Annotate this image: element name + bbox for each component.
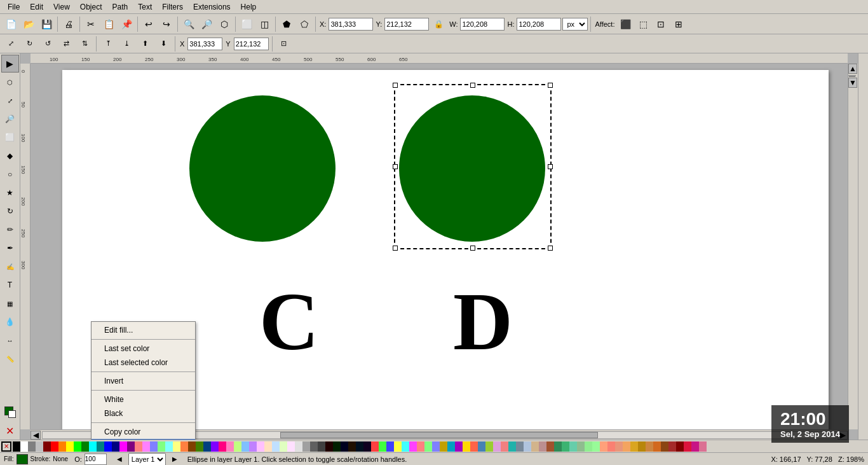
color-swatch[interactable] <box>51 441 58 452</box>
arrange-btn2[interactable]: ⤓ <box>118 36 135 52</box>
color-swatch[interactable] <box>668 441 676 452</box>
color-swatch[interactable] <box>630 441 638 452</box>
spiral-tool[interactable]: ↻ <box>1 202 19 220</box>
vscroll-track[interactable] <box>848 75 856 76</box>
connector-tool[interactable]: ↔ <box>1 331 19 349</box>
color-swatch[interactable] <box>646 441 653 452</box>
rect-tool[interactable]: ⬜ <box>1 128 19 146</box>
opacity-input[interactable] <box>85 454 107 465</box>
color-swatch[interactable] <box>371 441 379 452</box>
color-swatch[interactable] <box>600 441 607 452</box>
handle-mr[interactable] <box>548 164 553 169</box>
color-swatch[interactable] <box>394 441 402 452</box>
color-swatch[interactable] <box>638 441 646 452</box>
color-swatch[interactable] <box>203 441 211 452</box>
color-swatch[interactable] <box>150 441 158 452</box>
copy-button[interactable]: 📋 <box>100 16 117 32</box>
snap-btn4[interactable]: ⇄ <box>58 36 74 52</box>
ctx-edit-fill[interactable]: Edit fill... <box>92 323 195 337</box>
color-swatch[interactable] <box>516 441 524 452</box>
color-swatch[interactable] <box>28 441 36 452</box>
layer-select[interactable]: Layer 1 <box>128 453 166 466</box>
select-tool[interactable]: ▶ <box>1 55 19 73</box>
affect-btn1[interactable]: ⬛ <box>617 16 634 32</box>
menu-view[interactable]: View <box>48 1 75 13</box>
menu-text[interactable]: Text <box>133 1 157 13</box>
hscroll-thumb[interactable] <box>280 432 597 438</box>
color-swatch[interactable] <box>348 441 356 452</box>
color-swatch[interactable] <box>257 441 264 452</box>
dropper-tool[interactable]: 💧 <box>1 313 19 331</box>
color-swatch[interactable] <box>234 441 241 452</box>
tweak-tool[interactable]: ⤢ <box>1 92 19 109</box>
color-swatch[interactable] <box>501 441 508 452</box>
w-input[interactable] <box>460 18 505 31</box>
color-swatch[interactable] <box>455 441 463 452</box>
color-swatch[interactable] <box>196 441 203 452</box>
color-swatch[interactable] <box>684 441 691 452</box>
color-swatch[interactable] <box>615 441 623 452</box>
h-input[interactable] <box>517 18 561 31</box>
color-swatch[interactable] <box>463 441 470 452</box>
pencil-tool[interactable]: ✏ <box>1 221 19 239</box>
handle-tc[interactable] <box>470 83 475 88</box>
color-swatch[interactable] <box>58 441 66 452</box>
color-swatch[interactable] <box>310 441 318 452</box>
color-swatch[interactable] <box>43 441 51 452</box>
ctx-last-selected-color[interactable]: Last selected color <box>92 356 195 370</box>
menu-filters[interactable]: Filters <box>157 1 188 13</box>
path-button[interactable]: ⬠ <box>296 16 313 32</box>
color-swatch[interactable] <box>20 441 28 452</box>
diamond-tool[interactable]: ◆ <box>1 147 19 165</box>
color-swatch[interactable] <box>104 441 112 452</box>
vertical-scrollbar[interactable]: ▲ ▼ <box>848 64 858 429</box>
color-swatch[interactable] <box>219 441 226 452</box>
redo-button[interactable]: ↪ <box>158 16 175 32</box>
handle-bl[interactable] <box>393 246 398 251</box>
menu-extensions[interactable]: Extensions <box>188 1 236 13</box>
lock-button[interactable]: 🔒 <box>430 16 447 32</box>
color-swatch[interactable] <box>379 441 386 452</box>
color-swatch[interactable] <box>226 441 234 452</box>
color-swatch[interactable] <box>402 441 409 452</box>
color-swatch[interactable] <box>623 441 630 452</box>
vscroll-down-btn[interactable]: ▼ <box>848 78 857 88</box>
color-swatch[interactable] <box>676 441 684 452</box>
vscroll-thumb[interactable] <box>849 76 855 77</box>
color-swatch[interactable] <box>661 441 668 452</box>
ellipse-tool[interactable]: ○ <box>1 165 19 183</box>
y-input[interactable] <box>384 18 429 31</box>
color-swatch[interactable] <box>142 441 150 452</box>
color-swatch[interactable] <box>165 441 173 452</box>
color-swatch[interactable] <box>341 441 348 452</box>
hscroll-left-btn[interactable]: ◀ <box>31 431 41 440</box>
color-swatch[interactable] <box>302 441 310 452</box>
handle-ml[interactable] <box>393 164 398 169</box>
color-swatch[interactable] <box>386 441 394 452</box>
ctx-paste-color[interactable]: Paste color <box>92 439 195 440</box>
color-swatch[interactable] <box>577 441 585 452</box>
fill-stroke-toggle[interactable] <box>1 403 19 421</box>
color-swatch[interactable] <box>211 441 219 452</box>
affect-btn3[interactable]: ⊡ <box>653 16 669 32</box>
color-swatch[interactable] <box>180 441 188 452</box>
color-swatch[interactable] <box>89 441 97 452</box>
color-swatch[interactable] <box>592 441 600 452</box>
color-swatch[interactable] <box>119 441 127 452</box>
color-swatch[interactable] <box>432 441 440 452</box>
menu-file[interactable]: File <box>3 1 25 13</box>
color-swatch[interactable] <box>356 441 363 452</box>
text-tool[interactable]: T <box>1 276 19 294</box>
snap-btn1[interactable]: ⤢ <box>3 36 19 52</box>
color-swatch[interactable] <box>546 441 554 452</box>
color-swatch[interactable] <box>539 441 546 452</box>
vscroll-up-btn[interactable]: ▲ <box>848 64 857 74</box>
color-swatch[interactable] <box>36 441 43 452</box>
color-swatch[interactable] <box>173 441 180 452</box>
color-swatch[interactable] <box>585 441 592 452</box>
save-button[interactable]: 💾 <box>38 16 55 32</box>
letter-c[interactable]: C <box>259 274 319 369</box>
color-swatch[interactable] <box>470 441 478 452</box>
transform-button[interactable]: ⬜ <box>238 16 255 32</box>
menu-help[interactable]: Help <box>236 1 262 13</box>
